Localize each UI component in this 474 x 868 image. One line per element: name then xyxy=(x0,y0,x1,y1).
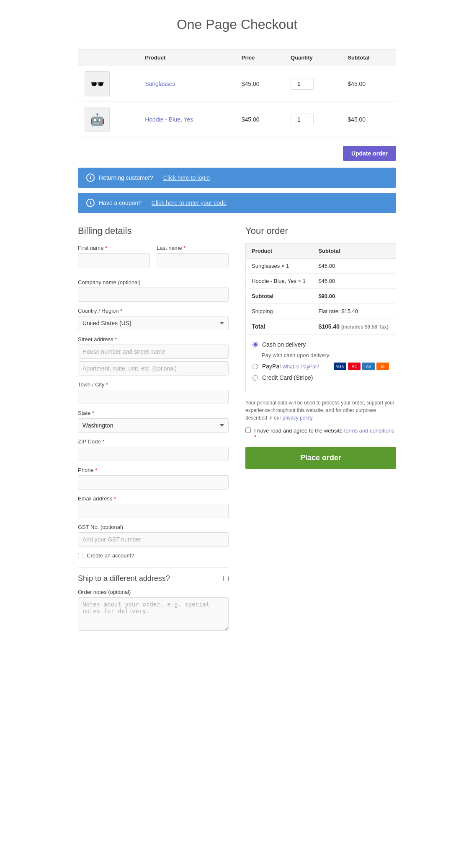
email-input[interactable] xyxy=(78,504,229,518)
terms-checkbox[interactable] xyxy=(245,428,251,433)
privacy-link[interactable]: privacy policy xyxy=(283,415,312,421)
product-image-hoodie: 🤖 xyxy=(85,107,110,132)
terms-group: I have read and agree to the website ter… xyxy=(245,428,396,440)
col-price: Price xyxy=(235,49,284,66)
update-order-button[interactable]: Update order xyxy=(343,146,396,161)
last-name-label: Last name * xyxy=(157,245,229,251)
cash-radio[interactable] xyxy=(252,342,258,347)
order-notes-group: Order notes (optional) xyxy=(78,589,229,632)
coupon-banner: i Have a coupon? Click here to enter you… xyxy=(78,193,396,213)
payment-section: Cash on delivery Pay with cash upon deli… xyxy=(245,334,396,392)
terms-label: I have read and agree to the website ter… xyxy=(254,428,396,440)
returning-text: Returning customer? xyxy=(99,174,153,181)
order-subtotal-row: Subtotal $90.00 xyxy=(246,289,396,304)
order-item-row: Hoodie - Blue, Yes × 1 $45.00 xyxy=(246,274,396,289)
paypal-label: PayPal What is PayPal? xyxy=(262,363,319,370)
product-link-hoodie[interactable]: Hoodie - Blue, Yes xyxy=(145,116,193,123)
mc-icon: MC xyxy=(348,363,361,370)
required-star-5: * xyxy=(105,381,108,388)
col-quantity: Quantity xyxy=(284,49,341,66)
subtotal-value: $90.00 xyxy=(312,289,396,304)
coupon-link[interactable]: Click here to enter your code xyxy=(152,200,227,206)
order-section: Your order Product Subtotal Sunglasses ×… xyxy=(245,225,396,638)
amex-icon: AX xyxy=(362,363,375,370)
order-summary-table: Product Subtotal Sunglasses × 1 $45.00 H… xyxy=(245,243,396,334)
first-name-label: First name * xyxy=(78,245,150,251)
first-name-input[interactable] xyxy=(78,253,150,267)
cash-option: Cash on delivery xyxy=(252,341,389,348)
last-name-input[interactable] xyxy=(157,253,229,267)
visa-icon: VISA xyxy=(334,363,346,370)
quantity-input-sunglasses[interactable] xyxy=(291,78,314,90)
street-group: Street address * xyxy=(78,336,229,376)
country-label: Country / Region * xyxy=(78,308,229,314)
ship-checkbox[interactable] xyxy=(223,576,229,581)
ship-title: Ship to a different address? xyxy=(78,574,229,583)
country-group: Country / Region * United States (US) xyxy=(78,308,229,330)
col-image xyxy=(78,49,138,66)
city-input[interactable] xyxy=(78,390,229,404)
table-row: 🤖 Hoodie - Blue, Yes $45.00 $45.00 xyxy=(78,102,396,137)
tax-note: (includes $9.58 Tax) xyxy=(341,324,389,330)
paypal-radio[interactable] xyxy=(252,364,258,369)
disc-icon: DI xyxy=(376,363,389,370)
checkout-grid: Billing details First name * Last name *… xyxy=(78,225,396,638)
state-label: State * xyxy=(78,410,229,416)
privacy-note: Your personal data will be used to proce… xyxy=(245,399,396,422)
ship-section: Ship to a different address? xyxy=(78,567,229,583)
paypal-link[interactable]: What is PayPal? xyxy=(282,364,319,370)
first-name-group: First name * xyxy=(78,245,150,267)
order-item-name-0: Sunglasses × 1 xyxy=(246,259,313,274)
name-row: First name * Last name * xyxy=(78,245,229,273)
info-icon: i xyxy=(86,174,95,182)
product-link-sunglasses[interactable]: Sunglasses xyxy=(145,80,175,87)
product-price-sunglasses: $45.00 xyxy=(235,66,284,102)
email-label: Email address * xyxy=(78,495,229,502)
login-link[interactable]: Click here to login xyxy=(163,174,210,181)
paypal-option: PayPal What is PayPal? VISA MC AX DI xyxy=(252,363,389,370)
order-item-amount-1: $45.00 xyxy=(312,274,396,289)
gst-input[interactable] xyxy=(78,532,229,547)
create-account-group: Create an account? xyxy=(78,552,229,559)
required-star-3: * xyxy=(119,308,123,314)
required-star-6: * xyxy=(90,410,94,416)
credit-option: Credit Card (Stripe) xyxy=(252,374,389,381)
street-input[interactable] xyxy=(78,345,229,359)
coupon-text: Have a coupon? xyxy=(99,200,142,206)
apt-input[interactable] xyxy=(78,361,229,376)
total-label: Total xyxy=(246,319,313,334)
state-group: State * Washington xyxy=(78,410,229,433)
phone-input[interactable] xyxy=(78,475,229,490)
cash-desc: Pay with cash upon delivery. xyxy=(262,352,389,358)
state-select[interactable]: Washington xyxy=(78,418,229,433)
required-star-4: * xyxy=(113,336,117,342)
total-value: $105.40 (includes $9.58 Tax) xyxy=(312,319,396,334)
phone-group: Phone * xyxy=(78,467,229,490)
company-group: Company name (optional) xyxy=(78,279,229,302)
terms-link[interactable]: terms and conditions xyxy=(344,428,394,434)
product-price-hoodie: $45.00 xyxy=(235,102,284,137)
zip-label: ZIP Code * xyxy=(78,438,229,445)
cash-label: Cash on delivery xyxy=(262,341,306,348)
subtotal-label: Subtotal xyxy=(246,289,313,304)
city-label: Town / City * xyxy=(78,381,229,388)
gst-label: GST No. (optional) xyxy=(78,524,229,530)
col-product: Product xyxy=(138,49,235,66)
place-order-button[interactable]: Place order xyxy=(245,447,396,469)
order-title: Your order xyxy=(245,225,396,236)
product-image-sunglasses: 🕶️ xyxy=(85,71,110,96)
quantity-input-hoodie[interactable] xyxy=(291,114,314,125)
returning-customer-banner: i Returning customer? Click here to logi… xyxy=(78,168,396,188)
product-table: Product Price Quantity Subtotal 🕶️ Sungl… xyxy=(78,49,396,137)
company-input[interactable] xyxy=(78,288,229,302)
paypal-icons: VISA MC AX DI xyxy=(334,363,389,370)
city-group: Town / City * xyxy=(78,381,229,404)
zip-input[interactable] xyxy=(78,447,229,461)
order-notes-input[interactable] xyxy=(78,597,229,631)
create-account-checkbox[interactable] xyxy=(78,553,83,558)
billing-title: Billing details xyxy=(78,225,229,236)
order-item-amount-0: $45.00 xyxy=(312,259,396,274)
stripe-radio[interactable] xyxy=(252,375,258,381)
country-select[interactable]: United States (US) xyxy=(78,316,229,330)
col-subtotal: Subtotal xyxy=(341,49,396,66)
